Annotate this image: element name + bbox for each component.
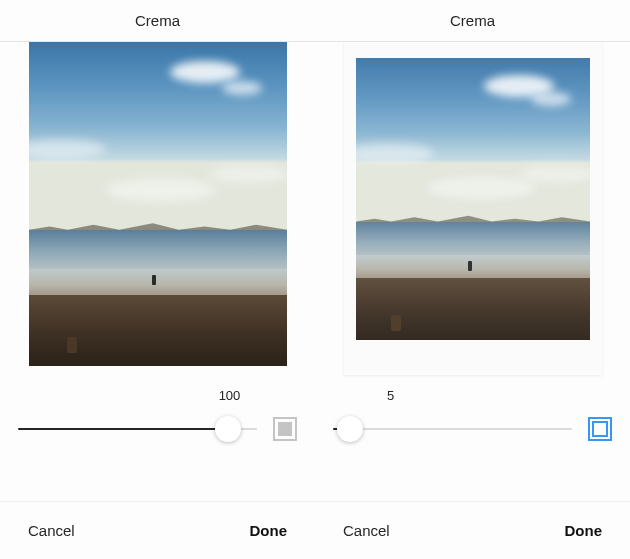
done-button[interactable]: Done (250, 522, 288, 539)
slider-thumb[interactable] (215, 416, 241, 442)
cloud (356, 143, 434, 163)
beach (356, 278, 590, 340)
cloud (426, 176, 536, 200)
beach (29, 295, 287, 366)
preview-area (0, 42, 315, 376)
cloud (531, 92, 571, 106)
foreground-figure (67, 337, 77, 353)
cloud (209, 165, 286, 183)
slider-value-label: 100 (0, 376, 315, 410)
photo-preview (356, 58, 590, 340)
bottom-bar: Cancel Done (0, 501, 315, 559)
intensity-slider[interactable] (333, 428, 572, 430)
frame-toggle[interactable] (588, 417, 612, 441)
slider-row (315, 410, 630, 448)
cloud (222, 81, 262, 95)
slider-fill (18, 428, 228, 430)
sky (356, 58, 590, 233)
cancel-button[interactable]: Cancel (28, 522, 75, 539)
cloud (519, 165, 589, 183)
mountains (356, 213, 590, 227)
photo-preview (29, 42, 287, 366)
photo-frame (344, 42, 602, 375)
controls: 100 (0, 376, 315, 476)
distant-figure (152, 275, 156, 285)
foreground-figure (391, 315, 401, 331)
intensity-slider[interactable] (18, 428, 257, 430)
slider-value-label: 5 (315, 376, 630, 410)
frame-toggle[interactable] (273, 417, 297, 441)
sea (356, 222, 590, 261)
distant-figure (468, 261, 472, 271)
wet-sand (356, 255, 590, 289)
filter-title: Crema (0, 0, 315, 42)
cancel-button[interactable]: Cancel (343, 522, 390, 539)
done-button[interactable]: Done (565, 522, 603, 539)
filter-title: Crema (315, 0, 630, 42)
cloud (106, 178, 216, 202)
bottom-bar: Cancel Done (315, 501, 630, 559)
pane-left: Crema 100 (0, 0, 315, 559)
preview-area (315, 42, 630, 376)
editor-container: Crema 100 (0, 0, 630, 559)
pane-right: Crema (315, 0, 630, 559)
cloud (484, 75, 554, 97)
slider-row (0, 410, 315, 448)
slider-thumb[interactable] (337, 416, 363, 442)
controls: 5 (315, 376, 630, 476)
